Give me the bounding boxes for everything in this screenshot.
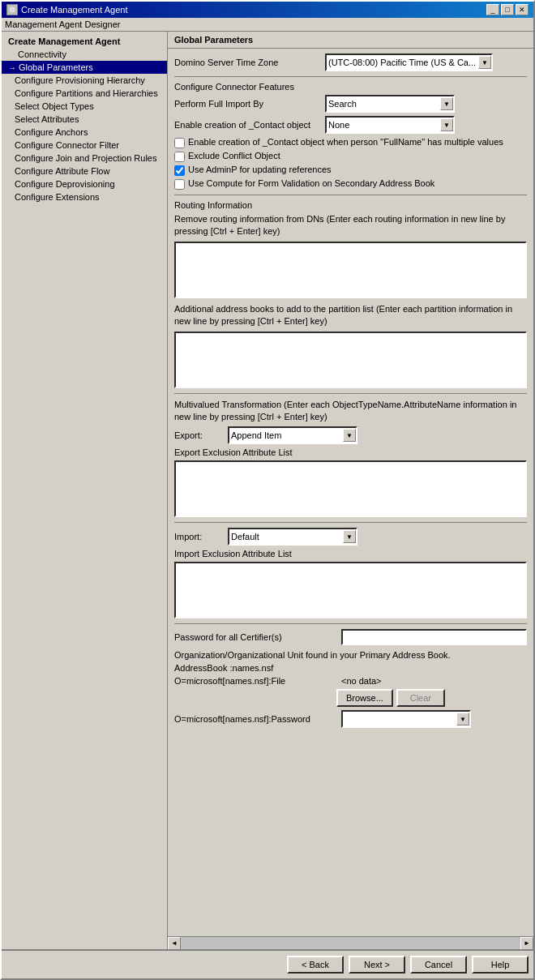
sidebar-item-select-attributes[interactable]: Select Attributes [2,113,167,126]
enable-contact-select-wrapper: None ▼ [325,116,455,134]
sidebar-item-configure-connector-filter[interactable]: Configure Connector Filter [2,139,167,152]
routing-textarea[interactable] [176,243,525,297]
file-entry-value: <no data> [341,676,527,686]
sidebar-item-connectivity[interactable]: Connectivity [2,48,167,61]
checkbox-compute-row: Use Compute for Form Validation on Secon… [174,178,527,190]
title-bar-buttons: _ □ ✕ [486,4,529,15]
import-label: Import: [174,532,223,541]
routing-textarea-container [174,242,527,298]
checkbox-adminp-row: Use AdminP for updating references [174,165,527,176]
sidebar-item-configure-partitions[interactable]: Configure Partitions and Hierarchies [2,87,167,100]
checkbox-fullname[interactable] [174,138,185,148]
sidebar-item-select-object-types[interactable]: Select Object Types [2,100,167,113]
scroll-right-button[interactable]: ► [520,937,533,950]
export-select-wrapper: Append Item ▼ [228,426,357,444]
additional-address-textarea[interactable] [176,333,525,387]
enable-contact-row: Enable creation of _Contact object None … [174,116,527,134]
multivalued-label: Multivalued Transformation (Enter each O… [174,399,527,424]
password-entry-row: O=microsoft[names.nsf]:Password ▼ [174,710,527,728]
cancel-button[interactable]: Cancel [410,956,467,974]
checkbox-compute-label: Use Compute for Form Validation on Secon… [188,178,434,188]
main-window: ⚙ Create Management Agent _ □ ✕ Manageme… [0,0,535,980]
sidebar-item-create-ma[interactable]: Create Management Agent [2,35,167,48]
bottom-bar: < Back Next > Cancel Help [2,949,533,978]
divider-5 [174,623,527,624]
maximize-button[interactable]: □ [501,4,514,15]
checkbox-fullname-label: Enable creation of _Contact object when … [188,137,503,147]
timezone-select-wrapper: (UTC-08:00) Pacific Time (US & Ca... ▼ [325,53,493,71]
window-title: Create Management Agent [21,5,127,15]
address-book-label: AddressBook :names.nsf [174,663,527,673]
sidebar-item-global-params[interactable]: → Global Parameters [2,61,167,74]
enable-contact-select[interactable]: None [325,116,455,134]
panel-title: Global Parameters [168,32,533,49]
sidebar-item-configure-extensions[interactable]: Configure Extensions [2,190,167,203]
app-icon: ⚙ [6,4,18,15]
divider-3 [174,393,527,394]
routing-info-header: Routing Information [174,200,527,210]
sidebar-item-configure-attribute-flow[interactable]: Configure Attribute Flow [2,165,167,178]
password-all-certifiers-input[interactable] [341,629,527,645]
checkbox-exclude-row: Exclude Conflict Object [174,151,527,162]
scroll-left-button[interactable]: ◄ [168,937,181,950]
browse-button[interactable]: Browse... [336,689,393,707]
timezone-row: Domino Server Time Zone (UTC-08:00) Paci… [174,53,527,71]
additional-address-textarea-container [174,332,527,388]
checkbox-exclude-label: Exclude Conflict Object [188,151,280,160]
timezone-select[interactable]: (UTC-08:00) Pacific Time (US & Ca... [325,53,493,71]
help-button[interactable]: Help [472,956,529,974]
export-exclusion-textarea[interactable] [176,462,525,516]
import-select[interactable]: Default [228,528,357,546]
perform-full-import-row: Perform Full Import By Search ▼ [174,95,527,113]
main-panel: Global Parameters Domino Server Time Zon… [168,32,533,949]
sidebar-item-configure-anchors[interactable]: Configure Anchors [2,126,167,139]
main-scroll-area[interactable]: Domino Server Time Zone (UTC-08:00) Paci… [168,49,533,936]
password-all-certifiers-label: Password for all Certifier(s) [174,632,336,642]
next-button[interactable]: Next > [349,956,405,974]
scroll-track[interactable] [181,937,520,950]
password-entry-select[interactable] [341,710,471,728]
perform-full-import-select[interactable]: Search [325,95,455,113]
sidebar: Create Management Agent Connectivity → G… [2,32,168,949]
menu-bar-text: Management Agent Designer [5,19,120,29]
title-bar: ⚙ Create Management Agent _ □ ✕ [2,2,533,18]
export-exclusion-textarea-container [174,460,527,517]
horizontal-scrollbar: ◄ ► [168,936,533,949]
export-row: Export: Append Item ▼ [174,426,527,444]
timezone-label: Domino Server Time Zone [174,58,320,67]
checkbox-fullname-row: Enable creation of _Contact object when … [174,137,527,148]
checkbox-adminp-label: Use AdminP for updating references [188,165,332,174]
divider-1 [174,76,527,77]
back-button[interactable]: < Back [287,956,344,974]
routing-desc: Remove routing information from DNs (Ent… [174,213,527,238]
import-exclusion-textarea[interactable] [176,563,525,617]
import-exclusion-label: Import Exclusion Attribute List [174,549,527,558]
file-entry-label: O=microsoft[names.nsf]:File [174,676,336,686]
password-all-certifiers-row: Password for all Certifier(s) [174,629,527,645]
export-label: Export: [174,430,223,440]
perform-full-import-select-wrapper: Search ▼ [325,95,455,113]
password-entry-select-wrapper: ▼ [341,710,471,728]
content-area: Create Management Agent Connectivity → G… [2,32,533,949]
close-button[interactable]: ✕ [516,4,529,15]
sidebar-item-configure-join-projection[interactable]: Configure Join and Projection Rules [2,152,167,165]
checkbox-adminp[interactable] [174,165,185,176]
divider-2 [174,195,527,195]
checkbox-compute[interactable] [174,179,185,190]
file-entry-row: O=microsoft[names.nsf]:File <no data> [174,676,527,686]
org-unit-text: Organization/Organizational Unit found i… [174,650,527,660]
perform-full-import-label: Perform Full Import By [174,99,320,109]
password-entry-label: O=microsoft[names.nsf]:Password [174,714,336,724]
sidebar-item-configure-provisioning[interactable]: Configure Provisioning Hierarchy [2,74,167,87]
checkbox-exclude[interactable] [174,152,185,162]
export-exclusion-label: Export Exclusion Attribute List [174,447,527,457]
menu-bar: Management Agent Designer [2,18,533,32]
minimize-button[interactable]: _ [486,4,499,15]
import-row: Import: Default ▼ [174,528,527,546]
divider-4 [174,522,527,523]
clear-button[interactable]: Clear [396,689,445,707]
arrow-right-icon: → [8,63,16,72]
additional-address-desc: Additional address books to add to the p… [174,303,527,328]
sidebar-item-configure-deprovisioning[interactable]: Configure Deprovisioning [2,178,167,190]
export-select[interactable]: Append Item [228,426,357,444]
